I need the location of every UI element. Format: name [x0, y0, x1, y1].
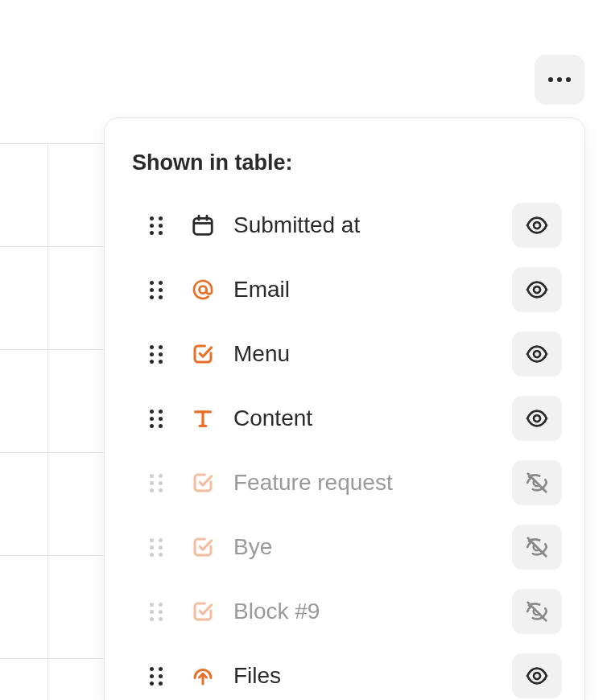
table-cell: n7m [0, 556, 47, 659]
table-cell: sfo [0, 453, 47, 556]
eye-icon [525, 213, 549, 237]
column-visibility-popover: Shown in table: Submitted atEmailMenuCon… [104, 117, 585, 700]
hide-column-button[interactable] [512, 653, 562, 698]
drag-handle-icon[interactable] [147, 667, 166, 686]
show-column-button[interactable] [512, 589, 562, 634]
hide-column-button[interactable] [512, 331, 562, 377]
drag-handle-icon[interactable] [147, 345, 166, 364]
column-label: Submitted at [233, 212, 512, 238]
text-icon [190, 406, 216, 430]
show-column-button[interactable] [512, 525, 562, 570]
table-cell: j57x [0, 247, 47, 350]
table-cell: n7m [0, 659, 47, 701]
eye-off-icon [525, 471, 549, 495]
drag-handle-icon[interactable] [147, 474, 166, 492]
eye-off-icon [525, 599, 549, 624]
eye-off-icon [525, 535, 549, 559]
hide-column-button[interactable] [512, 396, 562, 441]
drag-handle-icon[interactable] [147, 410, 166, 428]
upload-icon [190, 664, 216, 688]
calendar-icon [190, 213, 216, 237]
checkbox-icon [190, 599, 216, 624]
popover-title: Shown in table: [132, 150, 562, 175]
column-label: Content [233, 406, 512, 431]
column-label: Bye [233, 534, 512, 560]
column-item: Content [132, 386, 562, 451]
column-item: Block #9 [132, 579, 562, 644]
column-label: Feature request [233, 470, 512, 496]
hide-column-button[interactable] [512, 203, 562, 248]
eye-icon [525, 342, 549, 366]
drag-handle-icon[interactable] [147, 281, 166, 299]
table-cell: qpwg [0, 350, 47, 453]
column-item: Email [132, 257, 562, 322]
checkbox-icon [190, 471, 216, 495]
column-item: Bye [132, 515, 562, 579]
checkbox-icon [190, 535, 216, 559]
column-label: Email [233, 277, 512, 303]
column-label: Files [233, 663, 512, 689]
column-item: Menu [132, 322, 562, 386]
more-options-button[interactable] [535, 55, 584, 105]
drag-handle-icon[interactable] [147, 216, 166, 235]
table-cell [0, 144, 47, 247]
eye-icon [525, 664, 549, 688]
column-label: Menu [233, 341, 512, 367]
column-item: Feature request [132, 451, 562, 515]
drag-handle-icon[interactable] [147, 603, 166, 621]
checkbox-icon [190, 342, 216, 366]
column-item: Files [132, 644, 562, 700]
show-column-button[interactable] [512, 460, 562, 505]
column-item: Submitted at [132, 193, 562, 257]
eye-icon [525, 278, 549, 302]
column-label: Block #9 [233, 599, 512, 624]
at-icon [190, 278, 216, 302]
eye-icon [525, 406, 549, 430]
hide-column-button[interactable] [512, 267, 562, 312]
drag-handle-icon[interactable] [147, 538, 166, 557]
